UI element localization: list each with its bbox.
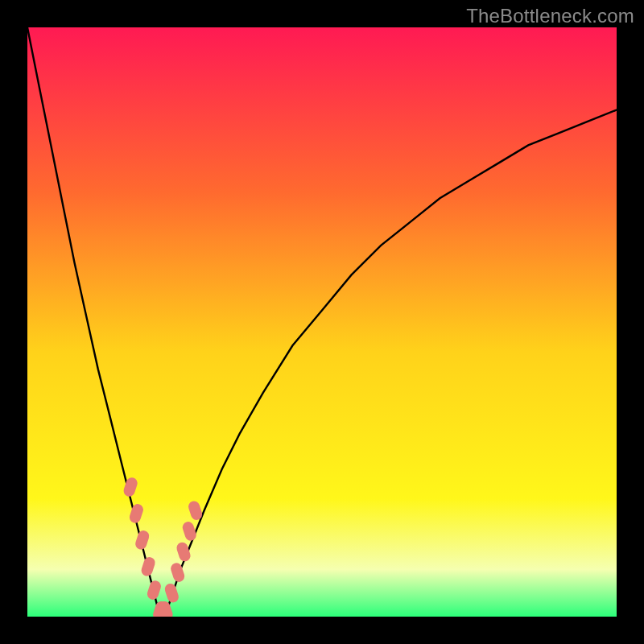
plot-area — [27, 27, 617, 617]
watermark-text: TheBottleneck.com — [466, 5, 634, 27]
plot-svg — [27, 27, 617, 617]
gradient-background — [27, 27, 617, 617]
chart-frame: TheBottleneck.com — [0, 0, 644, 644]
